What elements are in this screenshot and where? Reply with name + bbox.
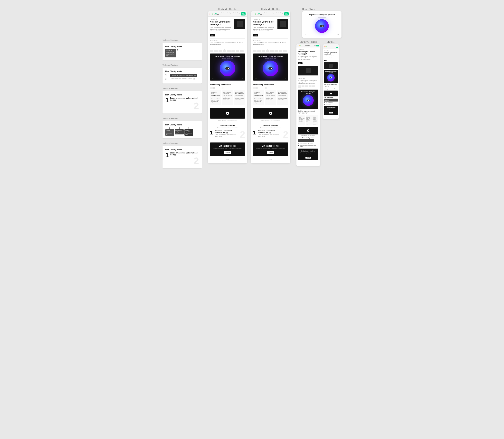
browser-dot-red-2 xyxy=(253,13,253,14)
mobile-cta-btn[interactable]: Try Now xyxy=(329,112,333,113)
hero-btn-2[interactable]: Try it xyxy=(253,34,258,37)
tablet-nav-cta[interactable]: Try xyxy=(316,45,319,47)
main-canvas: Technical Features How Clarity works Cre… xyxy=(8,8,496,168)
tf-col1: Create an account and download this app xyxy=(165,129,174,136)
demo-player-frame: Experience Clarity for yourself ◀◀ ▶▶ xyxy=(302,11,341,38)
right-area: Demo Player Experience Clarity for yours… xyxy=(296,8,341,166)
nav-cta-2[interactable]: Try Free xyxy=(284,12,289,15)
mobile-step-1-box: 1 Create an account xyxy=(324,98,338,101)
hero-title-2: Noise in your online meetings? xyxy=(253,20,276,26)
browser-bar-2: ●●● CLARITY Features Pricing About Blog … xyxy=(251,11,290,17)
mobile-ptab-mac[interactable]: Mac xyxy=(324,86,327,87)
tablet-play-btn[interactable] xyxy=(307,129,309,132)
tablet-dot-yellow xyxy=(299,46,300,46)
tablet-video-info: Video title goes here over two lines xyxy=(298,135,318,136)
tablet-hero-btn[interactable]: Try it xyxy=(298,62,303,64)
tablet-fc-1: Keep your teams communication clear when… xyxy=(298,115,305,125)
browser-logo-1: ●●● CLARITY xyxy=(215,12,221,15)
tablet-bar: ●●● CLARITY Menu Try xyxy=(296,44,320,48)
platform-tab-android-2[interactable]: And xyxy=(266,87,270,89)
orb-container-2 xyxy=(263,61,278,76)
platform-tab-android-1[interactable]: And xyxy=(223,87,227,89)
hero-btn-1[interactable]: Try it xyxy=(210,34,215,37)
mobile-hero-image xyxy=(324,62,338,69)
play-button-2[interactable] xyxy=(269,112,272,115)
built-title-1: Built for any environment xyxy=(210,84,245,86)
tablet-video[interactable] xyxy=(298,127,318,134)
mobile-frame[interactable]: ●● Try Frustrated by Noise in your onlin… xyxy=(323,44,339,119)
tech-feature-section-3: Technical Features How Clarity works 1 C… xyxy=(163,87,202,113)
what-is-label-1: What is Clarity xyxy=(210,40,245,41)
tablet-ptab-mac[interactable]: Mac xyxy=(298,112,301,114)
step-title-3: Create an account and download the app xyxy=(170,97,199,101)
toggle-switch-1[interactable] xyxy=(225,67,230,70)
tablet-built-section: Built for any environment Mac Win iOS Ke… xyxy=(298,110,318,125)
feature-cards-2: Keep your teams communication clear Scor… xyxy=(253,90,288,105)
mobile-frame-wrapper: Clarity ... ●● Try xyxy=(323,41,339,166)
tf-col3: See those toggles? Test removing those v… xyxy=(185,129,193,136)
demo-toggle[interactable] xyxy=(320,25,324,27)
tablet-knob xyxy=(308,100,309,101)
play-triangle-2 xyxy=(270,112,271,114)
mobile-toggle[interactable] xyxy=(330,77,332,78)
tablet-toggle[interactable] xyxy=(307,99,310,101)
tf-step-row-2: 2 Create an account and download the app xyxy=(165,78,199,80)
platform-tab-ios-2[interactable]: iOS xyxy=(262,87,266,89)
video-section-2[interactable] xyxy=(253,108,288,119)
platform-tab-win-1[interactable]: Win xyxy=(214,87,218,89)
cta-btn-1[interactable]: Try Now xyxy=(224,151,231,154)
feature-card-1c: Save valuable time and handle Save valua… xyxy=(234,90,245,105)
demo-player-label: Demo Player xyxy=(302,8,341,10)
mobile-ptab-win[interactable]: Win xyxy=(327,86,329,87)
orb-1 xyxy=(220,61,235,76)
platform-tab-ios-1[interactable]: iOS xyxy=(219,87,223,89)
browser-window-2[interactable]: ●●● CLARITY Features Pricing About Blog … xyxy=(251,11,290,163)
mobile-how-title: How Clarity works xyxy=(324,97,338,98)
demo-rewind[interactable]: ◀◀ xyxy=(305,34,306,35)
tablet-cta-btn[interactable]: Try Now xyxy=(305,157,311,159)
platform-tab-mac-2[interactable]: Mac xyxy=(253,87,257,89)
demo-player-section: Demo Player Experience Clarity for yours… xyxy=(302,8,341,38)
mobile-bar: ●● Try xyxy=(323,44,339,49)
nav-cta-1[interactable]: Try Free xyxy=(241,12,246,15)
tablet-exp-section: Experience Clarity for yourself ◀◀ ▶▶ xyxy=(298,90,318,109)
tablet-ptab-ios[interactable]: iOS xyxy=(305,112,308,114)
platform-tab-mac-1[interactable]: Mac xyxy=(210,87,214,89)
right-columns-group: Clarity V2 - Tablet ●●● CLARITY Menu Try xyxy=(296,41,341,166)
tablet-hero-body: Lorem ipsum dolor sit amet, consectetur … xyxy=(298,56,318,60)
tablet-feature-cards: Keep your teams communication clear when… xyxy=(298,115,318,125)
company-logos-1 xyxy=(210,50,245,52)
feature-cards-1: Keep your teams communication clear Scor… xyxy=(210,90,245,105)
browser-window-1[interactable]: ●●● CLARITY Features Pricing About Blog … xyxy=(208,11,247,163)
mobile-platform-tabs: Mac Win xyxy=(324,86,338,87)
mobile-hero-btn[interactable]: Try it xyxy=(324,60,327,61)
tech-feature-card-5: How Clarity works 1 Create an account an… xyxy=(163,146,202,168)
cta-title-1: Get started for free xyxy=(212,145,243,147)
platform-tab-win-2[interactable]: Win xyxy=(258,87,261,89)
mobile-step-3: 3 See those toggles xyxy=(324,104,338,105)
mobile-exp-section: Experience Clarity for yourself xyxy=(324,70,338,83)
mobile-nav-cta[interactable]: Try xyxy=(336,47,338,48)
tablet-frame[interactable]: ●●● CLARITY Menu Try Frustrated by Noise… xyxy=(296,44,320,166)
how-step-body-2: Lorem ipsum dolor sit amet consectetur a… xyxy=(258,134,281,137)
demo-player-title: Experience Clarity for yourself xyxy=(305,14,339,16)
built-title-2: Built for any environment xyxy=(253,84,288,86)
hero-eyebrow-2: Frustrated by xyxy=(253,19,276,20)
cta-btn-2[interactable]: Try Now xyxy=(267,151,274,154)
demo-forward[interactable]: ▶▶ xyxy=(338,34,339,35)
video-section-1[interactable] xyxy=(210,108,245,119)
toggle-switch-2[interactable] xyxy=(269,67,273,70)
toggle-knob-1 xyxy=(228,68,229,69)
tablet-built-title: Built for any environment xyxy=(298,110,318,112)
page-content-1: Frustrated by Noise in your online meeti… xyxy=(208,17,247,163)
play-button-1[interactable] xyxy=(226,112,229,115)
mobile-play-btn[interactable] xyxy=(330,93,332,95)
tf-step-row-1: 1 Create an account and download the app xyxy=(165,74,199,77)
browser-nav-1: Features Pricing About Blog Try Free xyxy=(221,12,246,15)
mobile-video[interactable] xyxy=(324,91,338,97)
company-logo-2 xyxy=(214,50,218,52)
mobile-hero-title: Noise in your online meetings? xyxy=(324,51,338,55)
hero-section-2: Frustrated by Noise in your online meeti… xyxy=(253,19,288,37)
tablet-ptab-win[interactable]: Win xyxy=(302,112,305,114)
how-title-1: How Clarity works xyxy=(210,124,245,126)
